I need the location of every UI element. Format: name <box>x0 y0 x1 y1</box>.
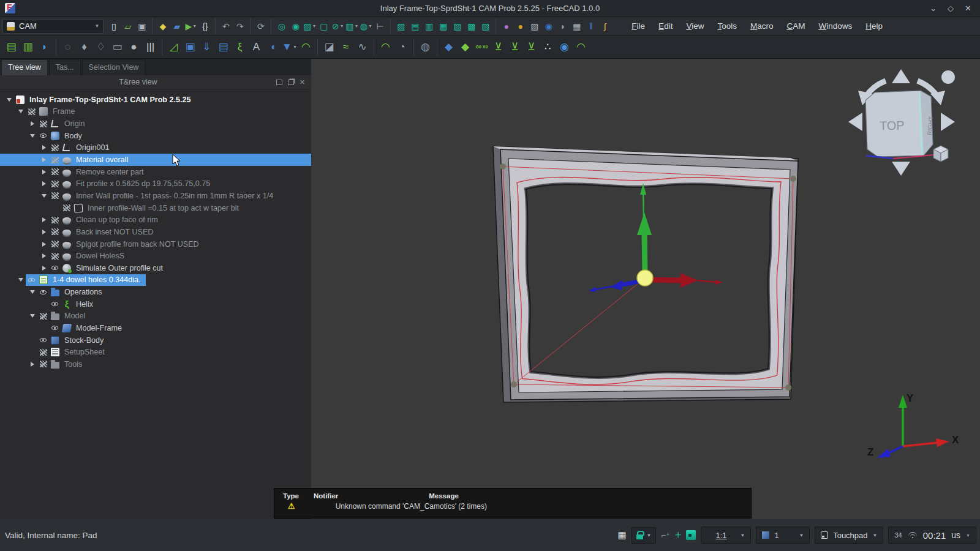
visibility-hidden-icon[interactable] <box>37 313 49 320</box>
cam-sampling-icon[interactable]: ∿ <box>354 39 371 56</box>
tree-item-setupsheet[interactable]: SetupSheet <box>0 346 311 358</box>
cam-simulator-gl-icon[interactable]: ◆ <box>457 39 473 56</box>
navcube-right-label[interactable]: RIGHT <box>926 116 935 135</box>
cam-stop-icon[interactable]: ◔ <box>394 39 410 56</box>
expander-right-icon[interactable] <box>27 121 37 126</box>
edit-macro-icon[interactable]: {} <box>198 19 212 33</box>
visibility-hidden-icon[interactable] <box>37 121 49 127</box>
visibility-hidden-icon[interactable] <box>49 181 61 187</box>
tree-item-body[interactable]: Body <box>0 130 311 142</box>
tree-item-inlay-frame-top-sprdsht-1-cam-[interactable]: Inlay Frame-Top-SprdSht-1 CAM Prob 2.5.2… <box>0 94 311 106</box>
expander-right-icon[interactable] <box>39 266 49 271</box>
tree-item-label[interactable]: Simulate Outer profile cut <box>73 264 163 272</box>
grid-snap-icon[interactable]: ▦ <box>617 530 626 541</box>
tree-item-label[interactable]: Body <box>61 132 82 140</box>
visibility-eye-icon[interactable] <box>49 326 61 330</box>
navcube-top-label[interactable]: TOP <box>880 118 905 132</box>
cam-inspect-gcode-icon[interactable]: ◌ <box>59 39 76 56</box>
menu-file[interactable]: File <box>626 20 650 32</box>
cam-waterline-icon[interactable]: ≈ <box>337 39 354 56</box>
tab-tree-view[interactable]: Tree view <box>1 59 48 75</box>
visibility-hidden-icon[interactable] <box>49 157 61 163</box>
tree-item-origin[interactable]: Origin <box>0 118 311 130</box>
tree-item-label[interactable]: Back inset NOT USED <box>73 228 153 236</box>
menu-help[interactable]: Help <box>860 20 888 32</box>
cam-path-dots-icon[interactable]: ∴ <box>540 39 556 56</box>
visibility-toggle-icon[interactable]: ▥▼ <box>345 19 359 33</box>
notification-row[interactable]: ⚠ Unknown command 'CAM_Camotics' (2 time… <box>274 501 751 511</box>
zoom-selection-icon[interactable]: ◉ <box>288 19 303 33</box>
tab-tas-[interactable]: Tas... <box>49 59 81 75</box>
expander-right-icon[interactable] <box>27 362 37 367</box>
cam-gcode-icon[interactable]: G0 X0 <box>473 39 490 56</box>
tree-item-label[interactable]: Inner Wall profile - 1st pass- 0.25in ri… <box>73 192 273 200</box>
menu-cam[interactable]: CAM <box>781 20 810 32</box>
scale-combo[interactable]: 1:1 ▼ <box>701 527 751 544</box>
cam-job-icon[interactable]: ▤ <box>3 39 20 56</box>
visibility-hidden-icon[interactable] <box>49 144 61 151</box>
draw-style-icon[interactable]: ⊘▼ <box>331 19 345 33</box>
3d-viewport[interactable]: TOP RIGHT Y X Z <box>311 59 980 519</box>
cam-slot-icon[interactable]: ◠ <box>298 39 314 56</box>
python-console-icon[interactable]: ∫ <box>598 19 612 33</box>
cam-probe-corner-icon[interactable]: ⊻ <box>523 39 540 56</box>
box-zoom-icon[interactable]: ▢ <box>317 19 331 33</box>
nav-style-combo[interactable]: Touchpad ▼ <box>815 527 883 544</box>
cam-deburr-icon[interactable]: ◖ <box>265 39 281 56</box>
visibility-hidden-icon[interactable] <box>49 192 61 199</box>
cam-post-process-icon[interactable]: ▥ <box>20 39 36 56</box>
menu-tools[interactable]: Tools <box>712 20 742 32</box>
tree-item-model[interactable]: Model <box>0 310 311 323</box>
expander-down-icon[interactable] <box>15 278 26 282</box>
axonometric-view-icon[interactable]: ▧▼ <box>303 19 317 33</box>
tree-item-inner-profile-wall-0-15-at-top[interactable]: Inner profile-Wall =0.15 at top act w ta… <box>0 202 311 214</box>
minimize-button[interactable]: ⌄ <box>930 4 937 13</box>
tree-item-origin001[interactable]: Origin001 <box>0 142 311 154</box>
undo-icon[interactable]: ↶ <box>219 19 233 33</box>
visibility-hidden-icon[interactable] <box>49 241 61 247</box>
expander-right-icon[interactable] <box>39 181 49 186</box>
wifi-icon[interactable] <box>908 532 918 539</box>
visibility-hidden-icon[interactable] <box>61 204 72 211</box>
tree-item-operations[interactable]: Operations <box>0 286 311 298</box>
tree-item-label[interactable]: Dowel HolesS <box>73 252 124 260</box>
tree-item-label[interactable]: Clean up top face of rim <box>73 216 158 224</box>
cam-shape-2d-icon[interactable]: ◠ <box>377 39 394 56</box>
cam-probe-edge-icon[interactable]: ⊻ <box>507 39 523 56</box>
view-isometric-icon[interactable]: ▧ <box>394 19 408 33</box>
workbench-selector[interactable]: CAM ▼ <box>2 19 104 34</box>
record-macro-icon[interactable]: ◆ <box>156 19 170 33</box>
tree-item-dowel-holess[interactable]: Dowel HolesS <box>0 250 311 262</box>
texture-map-icon[interactable]: ▦ <box>570 19 584 33</box>
tree-item-label[interactable]: Operations <box>61 288 102 296</box>
tree-item-label[interactable]: Tools <box>61 360 82 369</box>
run-macro-icon[interactable]: ▶▼ <box>184 19 198 33</box>
visibility-hidden-icon[interactable] <box>37 361 49 367</box>
view-right-icon[interactable]: ▦ <box>436 19 450 33</box>
add-icon[interactable]: + <box>675 529 682 542</box>
expander-down-icon[interactable] <box>27 314 37 318</box>
visibility-hidden-icon[interactable] <box>49 217 61 223</box>
expander-down-icon[interactable] <box>15 110 26 113</box>
cam-probe-icon[interactable]: ⊻ <box>490 39 507 56</box>
tab-selection-view[interactable]: Selection View <box>82 59 146 75</box>
tree-item-label[interactable]: Material overall <box>73 156 128 164</box>
new-document-icon[interactable]: ▯ <box>107 19 121 33</box>
tree-item-back-inset-not-used[interactable]: Back inset NOT USED <box>0 226 311 238</box>
visibility-hidden-icon[interactable] <box>26 108 37 115</box>
fit-all-icon[interactable]: ◎ <box>274 19 288 33</box>
tree-item-clean-up-top-face-of-rim[interactable]: Clean up top face of rim <box>0 214 311 226</box>
cam-profile-icon[interactable]: ◿ <box>165 39 182 56</box>
system-tray[interactable]: 34 00:21 us ▼ <box>888 527 976 544</box>
keyboard-layout[interactable]: us <box>951 530 960 540</box>
tree-item-label[interactable]: Remove center part <box>73 168 144 176</box>
cam-toolbit-editor-icon[interactable]: ♢ <box>92 39 109 56</box>
view-rear-icon[interactable]: ▨ <box>450 19 464 33</box>
tree-item-frame[interactable]: Frame <box>0 106 311 118</box>
view-left-icon[interactable]: ▧ <box>478 19 492 33</box>
tree-item-simulate-outer-profile-cut[interactable]: Simulate Outer profile cut <box>0 262 311 274</box>
appearance-icon[interactable]: ● <box>499 19 513 33</box>
menu-edit[interactable]: Edit <box>653 20 678 32</box>
tree-item-fit-profile-x-0-5625-dp-19-75-[interactable]: Fit profile x 0.5625 dp 19.75,55.75,0.75 <box>0 178 311 190</box>
view-front-icon[interactable]: ▤ <box>408 19 422 33</box>
